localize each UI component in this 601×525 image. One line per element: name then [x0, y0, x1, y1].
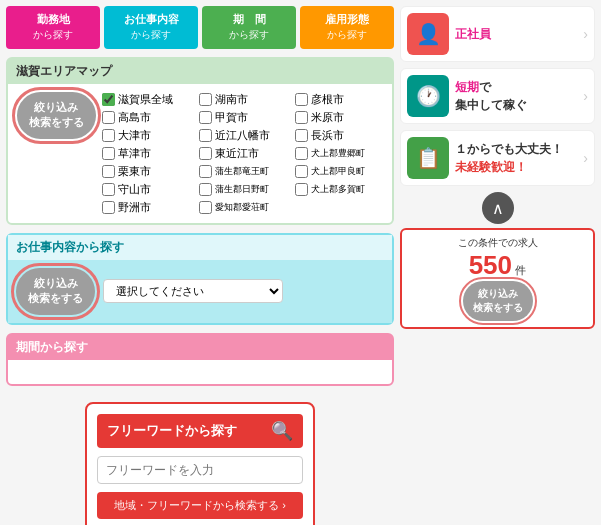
right-card-tanki[interactable]: 🕐 短期で集中して稼ぐ › [400, 68, 595, 124]
freeword-section: フリーワードから探す 🔍 地域・フリーワードから検索する › 例）フリーワードで… [85, 402, 315, 525]
right-card-tanki-text: 短期で集中して稼ぐ [455, 78, 577, 114]
search-icon: 🔍 [271, 420, 293, 442]
freeword-input[interactable] [97, 456, 303, 484]
checkbox-gamou-ryuoh[interactable]: 蒲生郡竜王町 [199, 164, 288, 179]
clock-icon: 🕐 [407, 75, 449, 117]
top-nav: 勤務地から探す お仕事内容から探す 期 間から探す 雇用形態から探す [6, 6, 394, 49]
checkbox-gamou-hino[interactable]: 蒲生郡日野町 [199, 182, 288, 197]
checkbox-higashiomi[interactable]: 東近江市 [199, 146, 288, 161]
period-content [8, 360, 392, 384]
period-header: 期間から探す [8, 335, 392, 360]
count-filter-btn[interactable]: 絞り込み検索をする [463, 281, 533, 321]
right-card-mikeiken[interactable]: 📋 １からでも大丈夫！ 未経験歓迎！ › [400, 130, 595, 186]
nav-btn-job[interactable]: お仕事内容から探す [104, 6, 198, 49]
count-box: この条件での求人 550 件 絞り込み検索をする [400, 228, 595, 329]
checkbox-otsu[interactable]: 大津市 [102, 128, 191, 143]
count-number: 550 [469, 250, 512, 280]
count-display: 550 件 [410, 250, 585, 281]
checkbox-inukami-taga[interactable]: 犬上郡多賀町 [295, 182, 384, 197]
shiga-checkbox-grid: 滋賀県全域 湖南市 彦根市 高島市 甲賀市 米原市 [102, 92, 384, 215]
checkbox-inukami-kora[interactable]: 犬上郡甲良町 [295, 164, 384, 179]
document-icon: 📋 [407, 137, 449, 179]
shiga-area-header: 滋賀エリアマップ [8, 59, 392, 84]
right-card-mikeiken-text: １からでも大丈夫！ 未経験歓迎！ [455, 140, 577, 176]
shiga-filter-left: 絞り込み検索をする [16, 92, 96, 215]
count-label: この条件での求人 [410, 236, 585, 250]
job-content-header: お仕事内容から探す [8, 235, 392, 260]
freeword-title: フリーワードから探す [107, 422, 237, 440]
checkbox-koka[interactable]: 甲賀市 [199, 110, 288, 125]
checkbox-moriyama[interactable]: 守山市 [102, 182, 191, 197]
checkbox-nagahama[interactable]: 長浜市 [295, 128, 384, 143]
scroll-up-btn[interactable]: ∧ [482, 192, 514, 224]
right-card-seishain-text: 正社員 [455, 25, 577, 43]
right-card-seishain[interactable]: 👤 正社員 › [400, 6, 595, 62]
chevron-right-icon-3: › [583, 150, 588, 166]
checkbox-shiga-all[interactable]: 滋賀県全域 [102, 92, 191, 107]
job-content-section: お仕事内容から探す 絞り込み検索をする 選択してください [6, 233, 394, 325]
checkbox-inukami-toyosato[interactable]: 犬上郡豊郷町 [295, 146, 384, 161]
job-content-body: 絞り込み検索をする 選択してください [8, 260, 392, 323]
checkbox-aichi-aishoh[interactable]: 愛知郡愛荘町 [199, 200, 288, 215]
shiga-filter-btn[interactable]: 絞り込み検索をする [17, 92, 96, 139]
chevron-right-icon-2: › [583, 88, 588, 104]
person-icon: 👤 [407, 13, 449, 55]
freeword-search-btn[interactable]: 地域・フリーワードから検索する › [97, 492, 303, 519]
checkbox-hikone[interactable]: 彦根市 [295, 92, 384, 107]
nav-btn-period[interactable]: 期 間から探す [202, 6, 296, 49]
checkbox-takashima[interactable]: 高島市 [102, 110, 191, 125]
checkbox-kusatsu[interactable]: 草津市 [102, 146, 191, 161]
checkbox-konan[interactable]: 湖南市 [199, 92, 288, 107]
period-section: 期間から探す [6, 333, 394, 386]
checkbox-ritto[interactable]: 栗東市 [102, 164, 191, 179]
freeword-header: フリーワードから探す 🔍 [97, 414, 303, 448]
shiga-area-content: 絞り込み検索をする 滋賀県全域 湖南市 彦根市 高島市 [8, 84, 392, 223]
nav-btn-location[interactable]: 勤務地から探す [6, 6, 100, 49]
chevron-right-icon: › [583, 26, 588, 42]
checkbox-omihachiman[interactable]: 近江八幡市 [199, 128, 288, 143]
count-unit: 件 [515, 264, 526, 276]
nav-btn-type[interactable]: 雇用形態から探す [300, 6, 394, 49]
job-select-dropdown[interactable]: 選択してください [103, 279, 283, 303]
shiga-area-section: 滋賀エリアマップ 絞り込み検索をする 滋賀県全域 湖南市 彦根市 [6, 57, 394, 225]
right-sidebar: 👤 正社員 › 🕐 短期で集中して稼ぐ › 📋 １からでも大丈夫！ 未経験歓迎！… [400, 0, 601, 525]
job-filter-btn[interactable]: 絞り込み検索をする [16, 268, 95, 315]
checkbox-maibara[interactable]: 米原市 [295, 110, 384, 125]
checkbox-yasu[interactable]: 野洲市 [102, 200, 191, 215]
